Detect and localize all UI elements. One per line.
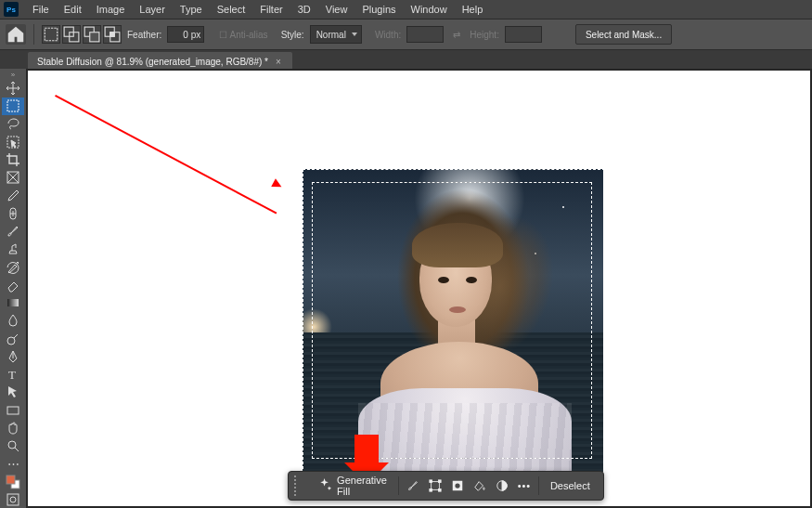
menu-layer[interactable]: Layer xyxy=(133,2,172,17)
svg-rect-15 xyxy=(7,407,19,414)
svg-rect-22 xyxy=(430,480,432,483)
adjust-icon xyxy=(496,479,509,492)
svg-rect-23 xyxy=(438,480,441,483)
app-logo: Ps xyxy=(4,2,19,17)
subtract-selection-button[interactable] xyxy=(83,25,101,44)
canvas-area[interactable]: Generative Fill ••• Deselect xyxy=(26,69,812,508)
menu-select[interactable]: Select xyxy=(211,2,252,17)
menu-help[interactable]: Help xyxy=(456,2,490,17)
fg-bg-colors[interactable] xyxy=(2,474,24,490)
fill-icon xyxy=(473,479,486,492)
image-eye xyxy=(466,277,477,283)
eraser-tool[interactable] xyxy=(2,277,24,293)
eyedropper-tool[interactable] xyxy=(2,188,24,204)
zoom-tool[interactable] xyxy=(2,437,24,454)
new-selection-icon xyxy=(43,26,59,43)
menu-filter[interactable]: Filter xyxy=(253,2,289,17)
transform-icon xyxy=(429,479,442,492)
svg-rect-8 xyxy=(7,100,19,111)
svg-point-13 xyxy=(7,337,15,345)
svg-rect-18 xyxy=(6,475,15,484)
width-input xyxy=(406,26,444,43)
menu-file[interactable]: File xyxy=(26,2,56,17)
object-select-tool[interactable] xyxy=(2,134,24,150)
separator xyxy=(538,476,539,495)
style-select[interactable]: Normal xyxy=(310,25,362,44)
width-label: Width: xyxy=(375,30,401,40)
edit-toolbar-button[interactable]: ⋯ xyxy=(2,455,24,472)
ctx-adjust-button[interactable] xyxy=(492,475,512,496)
svg-point-20 xyxy=(10,497,16,502)
history-brush-tool[interactable] xyxy=(2,259,24,276)
move-tool[interactable] xyxy=(2,80,24,97)
separator xyxy=(33,24,34,45)
ctxbar-drag-handle[interactable] xyxy=(294,475,303,496)
gradient-tool[interactable] xyxy=(2,294,24,311)
frame-tool[interactable] xyxy=(2,169,24,186)
marquee-tool[interactable] xyxy=(2,98,24,114)
svg-rect-12 xyxy=(7,299,19,306)
height-label: Height: xyxy=(470,30,499,40)
type-tool[interactable]: T xyxy=(2,366,24,383)
hand-tool[interactable] xyxy=(2,420,24,436)
menu-plugins[interactable]: Plugins xyxy=(355,2,402,17)
swap-dim-icon: ⇄ xyxy=(453,30,460,40)
ctx-more-button[interactable]: ••• xyxy=(514,475,535,496)
style-label: Style: xyxy=(281,30,304,40)
annotation-big-arrow-stem xyxy=(354,435,379,464)
ctx-modify-selection-button[interactable] xyxy=(403,475,423,496)
menu-window[interactable]: Window xyxy=(405,2,454,17)
close-tab-icon[interactable]: × xyxy=(276,57,281,67)
rectangle-tool[interactable] xyxy=(2,402,24,419)
svg-rect-4 xyxy=(90,33,99,42)
intersect-selection-icon xyxy=(104,26,121,43)
new-selection-button[interactable] xyxy=(42,25,60,44)
add-selection-button[interactable] xyxy=(62,25,81,44)
deselect-label: Deselect xyxy=(550,480,590,491)
toolbar-expand-icon[interactable]: » xyxy=(11,71,15,79)
ctx-fill-button[interactable] xyxy=(470,475,490,496)
select-and-mask-button[interactable]: Select and Mask... xyxy=(575,24,672,45)
document-tab[interactable]: Stable Diffusion @ 81.9% (generated_imag… xyxy=(28,52,292,71)
svg-rect-25 xyxy=(438,489,441,492)
blur-tool[interactable] xyxy=(2,312,24,329)
image-lips xyxy=(449,306,466,313)
sparkle-icon xyxy=(316,477,332,493)
image-star xyxy=(562,206,564,208)
feather-input[interactable]: 0 px xyxy=(167,26,204,43)
home-button[interactable] xyxy=(6,24,26,45)
menu-view[interactable]: View xyxy=(319,2,354,17)
intersect-selection-button[interactable] xyxy=(103,25,122,44)
pen-tool[interactable] xyxy=(2,348,24,365)
height-input xyxy=(505,26,542,43)
generative-fill-label: Generative Fill xyxy=(337,475,387,497)
contextual-task-bar[interactable]: Generative Fill ••• Deselect xyxy=(288,471,604,501)
deselect-button[interactable]: Deselect xyxy=(543,475,598,496)
subtract-selection-icon xyxy=(84,26,100,43)
generative-fill-button[interactable]: Generative Fill xyxy=(309,475,394,496)
svg-rect-7 xyxy=(110,33,115,37)
quickmask-tool[interactable] xyxy=(2,491,24,508)
feather-label: Feather: xyxy=(127,30,161,40)
svg-rect-24 xyxy=(430,489,432,492)
path-select-tool[interactable] xyxy=(2,384,24,400)
mask-icon xyxy=(451,479,464,492)
spot-heal-tool[interactable] xyxy=(2,205,24,222)
crop-tool[interactable] xyxy=(2,151,24,168)
brush-tool[interactable] xyxy=(2,223,24,240)
tools-panel: » T ⋯ xyxy=(0,69,27,508)
menu-edit[interactable]: Edit xyxy=(58,2,88,17)
menu-type[interactable]: Type xyxy=(174,2,209,17)
svg-point-16 xyxy=(8,441,16,449)
menu-image[interactable]: Image xyxy=(90,2,132,17)
lasso-tool[interactable] xyxy=(2,116,24,133)
document-tab-title: Stable Diffusion @ 81.9% (generated_imag… xyxy=(37,57,268,67)
more-icon: ••• xyxy=(518,480,532,491)
dodge-tool[interactable] xyxy=(2,331,24,347)
menu-3d[interactable]: 3D xyxy=(291,2,317,17)
ctx-transform-button[interactable] xyxy=(425,475,445,496)
clone-stamp-tool[interactable] xyxy=(2,241,24,257)
style-value: Normal xyxy=(316,30,346,40)
selection-mode-group xyxy=(42,25,122,44)
ctx-mask-button[interactable] xyxy=(447,475,468,496)
